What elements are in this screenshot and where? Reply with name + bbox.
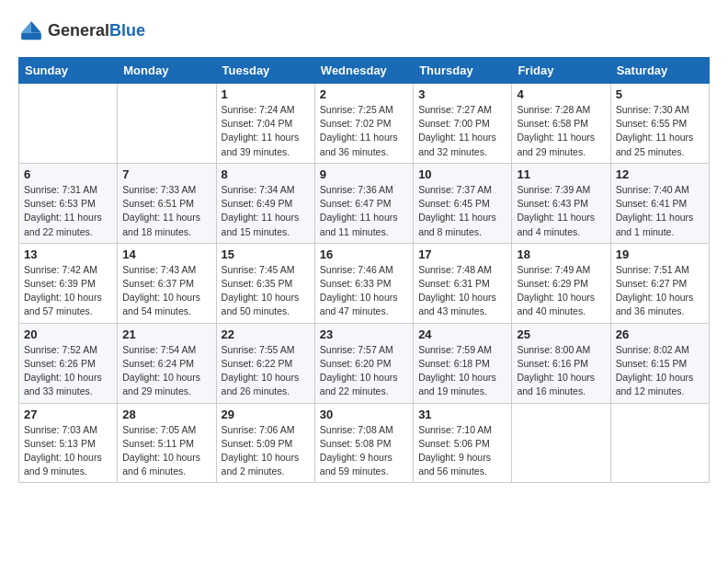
weekday-header: Saturday — [610, 58, 709, 84]
day-info: Sunrise: 8:00 AMSunset: 6:16 PMDaylight:… — [517, 343, 605, 399]
calendar-week-row: 13Sunrise: 7:42 AMSunset: 6:39 PMDayligh… — [19, 243, 710, 323]
day-number: 16 — [320, 247, 408, 261]
day-info: Sunrise: 7:45 AMSunset: 6:35 PMDaylight:… — [222, 263, 310, 319]
calendar-cell: 6Sunrise: 7:31 AMSunset: 6:53 PMDaylight… — [19, 163, 118, 243]
day-info: Sunrise: 7:43 AMSunset: 6:37 PMDaylight:… — [122, 263, 210, 319]
calendar-cell: 12Sunrise: 7:40 AMSunset: 6:41 PMDayligh… — [610, 163, 709, 243]
day-number: 2 — [320, 87, 408, 101]
calendar-week-row: 20Sunrise: 7:52 AMSunset: 6:26 PMDayligh… — [19, 323, 710, 403]
day-number: 22 — [222, 327, 310, 341]
day-number: 28 — [122, 408, 210, 421]
calendar-cell: 2Sunrise: 7:25 AMSunset: 7:02 PMDaylight… — [314, 84, 413, 164]
day-number: 7 — [122, 167, 210, 181]
day-info: Sunrise: 7:10 AMSunset: 5:06 PMDaylight:… — [418, 423, 506, 479]
calendar-cell — [19, 84, 118, 164]
day-info: Sunrise: 7:55 AMSunset: 6:22 PMDaylight:… — [222, 343, 310, 399]
day-info: Sunrise: 7:48 AMSunset: 6:31 PMDaylight:… — [418, 263, 506, 319]
day-number: 31 — [418, 408, 506, 421]
day-number: 5 — [616, 87, 704, 101]
day-info: Sunrise: 7:59 AMSunset: 6:18 PMDaylight:… — [418, 343, 506, 399]
calendar-cell: 14Sunrise: 7:43 AMSunset: 6:37 PMDayligh… — [118, 243, 216, 323]
day-number: 12 — [616, 167, 704, 181]
calendar-cell: 26Sunrise: 8:02 AMSunset: 6:15 PMDayligh… — [610, 323, 709, 403]
calendar-cell: 29Sunrise: 7:06 AMSunset: 5:09 PMDayligh… — [216, 403, 314, 483]
calendar-cell: 16Sunrise: 7:46 AMSunset: 6:33 PMDayligh… — [314, 243, 413, 323]
svg-marker-0 — [31, 21, 41, 32]
day-info: Sunrise: 7:40 AMSunset: 6:41 PMDaylight:… — [616, 183, 704, 239]
day-number: 18 — [517, 247, 605, 261]
logo-general: GeneralBlue — [48, 22, 145, 40]
day-number: 25 — [517, 327, 605, 341]
day-number: 23 — [320, 327, 408, 341]
calendar-table: SundayMondayTuesdayWednesdayThursdayFrid… — [18, 57, 710, 483]
day-info: Sunrise: 7:24 AMSunset: 7:04 PMDaylight:… — [222, 103, 310, 159]
day-number: 21 — [122, 327, 210, 341]
calendar-cell: 8Sunrise: 7:34 AMSunset: 6:49 PMDaylight… — [216, 163, 314, 243]
weekday-header: Thursday — [414, 58, 512, 84]
calendar-cell — [610, 403, 709, 483]
weekday-header: Wednesday — [314, 58, 413, 84]
calendar-cell: 28Sunrise: 7:05 AMSunset: 5:11 PMDayligh… — [118, 403, 216, 483]
header: GeneralBlue — [18, 18, 710, 44]
day-number: 29 — [222, 408, 310, 421]
logo: GeneralBlue — [18, 18, 145, 44]
day-number: 13 — [24, 247, 112, 261]
day-info: Sunrise: 7:08 AMSunset: 5:08 PMDaylight:… — [320, 423, 408, 479]
calendar-cell: 11Sunrise: 7:39 AMSunset: 6:43 PMDayligh… — [512, 163, 610, 243]
day-number: 14 — [122, 247, 210, 261]
day-number: 1 — [222, 87, 310, 101]
calendar-cell: 13Sunrise: 7:42 AMSunset: 6:39 PMDayligh… — [19, 243, 118, 323]
calendar-cell: 24Sunrise: 7:59 AMSunset: 6:18 PMDayligh… — [414, 323, 512, 403]
day-info: Sunrise: 7:42 AMSunset: 6:39 PMDaylight:… — [24, 263, 112, 319]
calendar-cell: 31Sunrise: 7:10 AMSunset: 5:06 PMDayligh… — [414, 403, 512, 483]
day-info: Sunrise: 7:30 AMSunset: 6:55 PMDaylight:… — [616, 103, 704, 159]
calendar-cell: 19Sunrise: 7:51 AMSunset: 6:27 PMDayligh… — [610, 243, 709, 323]
weekday-header: Sunday — [19, 58, 118, 84]
calendar-cell: 4Sunrise: 7:28 AMSunset: 6:58 PMDaylight… — [512, 84, 610, 164]
day-info: Sunrise: 7:39 AMSunset: 6:43 PMDaylight:… — [517, 183, 605, 239]
calendar-cell: 18Sunrise: 7:49 AMSunset: 6:29 PMDayligh… — [512, 243, 610, 323]
day-info: Sunrise: 7:46 AMSunset: 6:33 PMDaylight:… — [320, 263, 408, 319]
svg-marker-1 — [21, 21, 31, 32]
day-info: Sunrise: 7:27 AMSunset: 7:00 PMDaylight:… — [418, 103, 506, 159]
calendar-cell: 10Sunrise: 7:37 AMSunset: 6:45 PMDayligh… — [414, 163, 512, 243]
day-number: 17 — [418, 247, 506, 261]
calendar-cell: 5Sunrise: 7:30 AMSunset: 6:55 PMDaylight… — [610, 84, 709, 164]
calendar-cell: 25Sunrise: 8:00 AMSunset: 6:16 PMDayligh… — [512, 323, 610, 403]
calendar-header-row: SundayMondayTuesdayWednesdayThursdayFrid… — [19, 58, 710, 84]
day-info: Sunrise: 7:51 AMSunset: 6:27 PMDaylight:… — [616, 263, 704, 319]
day-info: Sunrise: 7:28 AMSunset: 6:58 PMDaylight:… — [517, 103, 605, 159]
day-number: 4 — [517, 87, 605, 101]
weekday-header: Tuesday — [216, 58, 314, 84]
calendar-cell: 7Sunrise: 7:33 AMSunset: 6:51 PMDaylight… — [118, 163, 216, 243]
calendar-cell: 30Sunrise: 7:08 AMSunset: 5:08 PMDayligh… — [314, 403, 413, 483]
day-number: 8 — [222, 167, 310, 181]
day-number: 20 — [24, 327, 112, 341]
calendar-cell: 22Sunrise: 7:55 AMSunset: 6:22 PMDayligh… — [216, 323, 314, 403]
calendar-cell: 23Sunrise: 7:57 AMSunset: 6:20 PMDayligh… — [314, 323, 413, 403]
svg-rect-2 — [21, 33, 41, 40]
day-number: 24 — [418, 327, 506, 341]
day-info: Sunrise: 7:25 AMSunset: 7:02 PMDaylight:… — [320, 103, 408, 159]
day-number: 3 — [418, 87, 506, 101]
day-info: Sunrise: 8:02 AMSunset: 6:15 PMDaylight:… — [616, 343, 704, 399]
logo-icon — [18, 18, 44, 44]
day-info: Sunrise: 7:49 AMSunset: 6:29 PMDaylight:… — [517, 263, 605, 319]
day-info: Sunrise: 7:54 AMSunset: 6:24 PMDaylight:… — [122, 343, 210, 399]
calendar-cell — [118, 84, 216, 164]
calendar-cell: 17Sunrise: 7:48 AMSunset: 6:31 PMDayligh… — [414, 243, 512, 323]
calendar-cell: 3Sunrise: 7:27 AMSunset: 7:00 PMDaylight… — [414, 84, 512, 164]
day-info: Sunrise: 7:57 AMSunset: 6:20 PMDaylight:… — [320, 343, 408, 399]
day-info: Sunrise: 7:31 AMSunset: 6:53 PMDaylight:… — [24, 183, 112, 239]
calendar-cell — [512, 403, 610, 483]
day-number: 10 — [418, 167, 506, 181]
day-info: Sunrise: 7:33 AMSunset: 6:51 PMDaylight:… — [122, 183, 210, 239]
calendar-week-row: 6Sunrise: 7:31 AMSunset: 6:53 PMDaylight… — [19, 163, 710, 243]
weekday-header: Monday — [118, 58, 216, 84]
calendar-cell: 21Sunrise: 7:54 AMSunset: 6:24 PMDayligh… — [118, 323, 216, 403]
calendar-cell: 27Sunrise: 7:03 AMSunset: 5:13 PMDayligh… — [19, 403, 118, 483]
weekday-header: Friday — [512, 58, 610, 84]
day-info: Sunrise: 7:52 AMSunset: 6:26 PMDaylight:… — [24, 343, 112, 399]
day-info: Sunrise: 7:36 AMSunset: 6:47 PMDaylight:… — [320, 183, 408, 239]
day-info: Sunrise: 7:03 AMSunset: 5:13 PMDaylight:… — [24, 423, 112, 479]
